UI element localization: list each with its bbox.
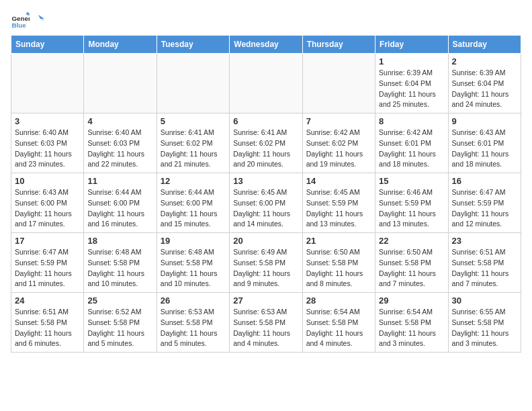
logo: General Blue	[11, 11, 44, 30]
calendar-cell: 7Sunrise: 6:42 AM Sunset: 6:02 PM Daylig…	[302, 113, 375, 173]
day-info: Sunrise: 6:43 AM Sunset: 6:00 PM Dayligh…	[15, 187, 80, 230]
calendar-cell: 24Sunrise: 6:51 AM Sunset: 5:58 PM Dayli…	[11, 293, 84, 353]
day-number: 2	[452, 56, 517, 66]
svg-text:Blue: Blue	[11, 21, 26, 29]
day-number: 8	[379, 116, 444, 126]
day-info: Sunrise: 6:39 AM Sunset: 6:04 PM Dayligh…	[452, 68, 517, 110]
calendar-cell: 8Sunrise: 6:42 AM Sunset: 6:01 PM Daylig…	[375, 113, 448, 173]
calendar-cell: 23Sunrise: 6:51 AM Sunset: 5:58 PM Dayli…	[448, 233, 521, 293]
weekday-header-row: SundayMondayTuesdayWednesdayThursdayFrid…	[11, 36, 521, 54]
day-info: Sunrise: 6:46 AM Sunset: 5:59 PM Dayligh…	[379, 187, 444, 230]
calendar-cell: 10Sunrise: 6:43 AM Sunset: 6:00 PM Dayli…	[11, 173, 84, 233]
calendar-cell: 1Sunrise: 6:39 AM Sunset: 6:04 PM Daylig…	[375, 54, 448, 113]
day-info: Sunrise: 6:41 AM Sunset: 6:02 PM Dayligh…	[161, 128, 226, 170]
day-number: 21	[306, 236, 371, 246]
day-number: 12	[161, 176, 226, 186]
calendar-cell: 5Sunrise: 6:41 AM Sunset: 6:02 PM Daylig…	[157, 113, 229, 173]
day-number: 10	[15, 176, 80, 186]
day-info: Sunrise: 6:50 AM Sunset: 5:58 PM Dayligh…	[379, 247, 444, 289]
day-info: Sunrise: 6:39 AM Sunset: 6:04 PM Dayligh…	[379, 68, 444, 110]
day-number: 29	[379, 295, 444, 306]
day-number: 26	[161, 295, 226, 306]
weekday-header-wednesday: Wednesday	[230, 36, 302, 54]
day-info: Sunrise: 6:42 AM Sunset: 6:02 PM Dayligh…	[306, 128, 371, 170]
calendar-cell: 25Sunrise: 6:52 AM Sunset: 5:58 PM Dayli…	[84, 293, 157, 353]
calendar-cell: 20Sunrise: 6:49 AM Sunset: 5:58 PM Dayli…	[230, 233, 302, 293]
day-number: 23	[452, 236, 517, 246]
calendar-week-row: 24Sunrise: 6:51 AM Sunset: 5:58 PM Dayli…	[11, 293, 521, 353]
calendar-cell: 14Sunrise: 6:45 AM Sunset: 5:59 PM Dayli…	[302, 173, 375, 233]
day-info: Sunrise: 6:49 AM Sunset: 5:58 PM Dayligh…	[233, 247, 298, 289]
day-number: 16	[452, 176, 517, 186]
day-info: Sunrise: 6:44 AM Sunset: 6:00 PM Dayligh…	[161, 187, 226, 230]
calendar-cell: 27Sunrise: 6:53 AM Sunset: 5:58 PM Dayli…	[230, 293, 302, 353]
day-number: 5	[161, 116, 226, 126]
day-number: 25	[87, 295, 152, 306]
calendar-cell: 15Sunrise: 6:46 AM Sunset: 5:59 PM Dayli…	[375, 173, 448, 233]
day-info: Sunrise: 6:50 AM Sunset: 5:58 PM Dayligh…	[306, 247, 371, 289]
day-number: 3	[15, 116, 80, 126]
calendar-week-row: 1Sunrise: 6:39 AM Sunset: 6:04 PM Daylig…	[11, 54, 521, 113]
day-info: Sunrise: 6:41 AM Sunset: 6:02 PM Dayligh…	[233, 128, 298, 170]
calendar-cell: 4Sunrise: 6:40 AM Sunset: 6:03 PM Daylig…	[84, 113, 157, 173]
day-number: 28	[306, 295, 371, 306]
day-info: Sunrise: 6:42 AM Sunset: 6:01 PM Dayligh…	[379, 128, 444, 170]
day-info: Sunrise: 6:48 AM Sunset: 5:58 PM Dayligh…	[87, 247, 152, 289]
day-number: 18	[87, 236, 152, 246]
calendar-cell	[84, 54, 157, 113]
day-info: Sunrise: 6:48 AM Sunset: 5:58 PM Dayligh…	[161, 247, 226, 289]
calendar-cell: 26Sunrise: 6:53 AM Sunset: 5:58 PM Dayli…	[157, 293, 229, 353]
weekday-header-tuesday: Tuesday	[157, 36, 229, 54]
page-header: General Blue	[11, 11, 521, 30]
day-number: 15	[379, 176, 444, 186]
calendar-cell: 11Sunrise: 6:44 AM Sunset: 6:00 PM Dayli…	[84, 173, 157, 233]
calendar-cell: 28Sunrise: 6:54 AM Sunset: 5:58 PM Dayli…	[302, 293, 375, 353]
svg-marker-4	[38, 15, 44, 19]
weekday-header-saturday: Saturday	[448, 36, 521, 54]
calendar-cell	[11, 54, 84, 113]
day-number: 13	[233, 176, 298, 186]
calendar-cell: 12Sunrise: 6:44 AM Sunset: 6:00 PM Dayli…	[157, 173, 229, 233]
day-number: 1	[379, 56, 444, 66]
day-number: 30	[452, 295, 517, 306]
day-info: Sunrise: 6:43 AM Sunset: 6:01 PM Dayligh…	[452, 128, 517, 170]
calendar-cell: 16Sunrise: 6:47 AM Sunset: 5:59 PM Dayli…	[448, 173, 521, 233]
day-number: 4	[87, 116, 152, 126]
weekday-header-thursday: Thursday	[302, 36, 375, 54]
calendar-week-row: 3Sunrise: 6:40 AM Sunset: 6:03 PM Daylig…	[11, 113, 521, 173]
calendar-cell: 30Sunrise: 6:55 AM Sunset: 5:58 PM Dayli…	[448, 293, 521, 353]
calendar-cell	[230, 54, 302, 113]
calendar-week-row: 10Sunrise: 6:43 AM Sunset: 6:00 PM Dayli…	[11, 173, 521, 233]
day-info: Sunrise: 6:40 AM Sunset: 6:03 PM Dayligh…	[87, 128, 152, 170]
day-number: 20	[233, 236, 298, 246]
logo-icon: General Blue	[11, 11, 30, 30]
calendar-cell: 9Sunrise: 6:43 AM Sunset: 6:01 PM Daylig…	[448, 113, 521, 173]
day-number: 27	[233, 295, 298, 306]
day-number: 24	[15, 295, 80, 306]
day-info: Sunrise: 6:51 AM Sunset: 5:58 PM Dayligh…	[15, 307, 80, 349]
calendar-cell: 3Sunrise: 6:40 AM Sunset: 6:03 PM Daylig…	[11, 113, 84, 173]
day-number: 11	[87, 176, 152, 186]
calendar-cell: 29Sunrise: 6:54 AM Sunset: 5:58 PM Dayli…	[375, 293, 448, 353]
day-number: 19	[161, 236, 226, 246]
weekday-header-sunday: Sunday	[11, 36, 84, 54]
weekday-header-friday: Friday	[375, 36, 448, 54]
day-info: Sunrise: 6:45 AM Sunset: 5:59 PM Dayligh…	[306, 187, 371, 230]
day-number: 22	[379, 236, 444, 246]
day-number: 9	[452, 116, 517, 126]
day-info: Sunrise: 6:55 AM Sunset: 5:58 PM Dayligh…	[452, 307, 517, 349]
calendar-cell: 19Sunrise: 6:48 AM Sunset: 5:58 PM Dayli…	[157, 233, 229, 293]
calendar-table: SundayMondayTuesdayWednesdayThursdayFrid…	[11, 35, 521, 353]
calendar-cell: 13Sunrise: 6:45 AM Sunset: 6:00 PM Dayli…	[230, 173, 302, 233]
day-number: 7	[306, 116, 371, 126]
day-number: 17	[15, 236, 80, 246]
day-info: Sunrise: 6:45 AM Sunset: 6:00 PM Dayligh…	[233, 187, 298, 230]
day-info: Sunrise: 6:51 AM Sunset: 5:58 PM Dayligh…	[452, 247, 517, 289]
calendar-cell: 17Sunrise: 6:47 AM Sunset: 5:59 PM Dayli…	[11, 233, 84, 293]
calendar-cell	[302, 54, 375, 113]
day-info: Sunrise: 6:47 AM Sunset: 5:59 PM Dayligh…	[15, 247, 80, 289]
calendar-cell: 22Sunrise: 6:50 AM Sunset: 5:58 PM Dayli…	[375, 233, 448, 293]
calendar-cell: 18Sunrise: 6:48 AM Sunset: 5:58 PM Dayli…	[84, 233, 157, 293]
calendar-cell: 21Sunrise: 6:50 AM Sunset: 5:58 PM Dayli…	[302, 233, 375, 293]
day-info: Sunrise: 6:40 AM Sunset: 6:03 PM Dayligh…	[15, 128, 80, 170]
